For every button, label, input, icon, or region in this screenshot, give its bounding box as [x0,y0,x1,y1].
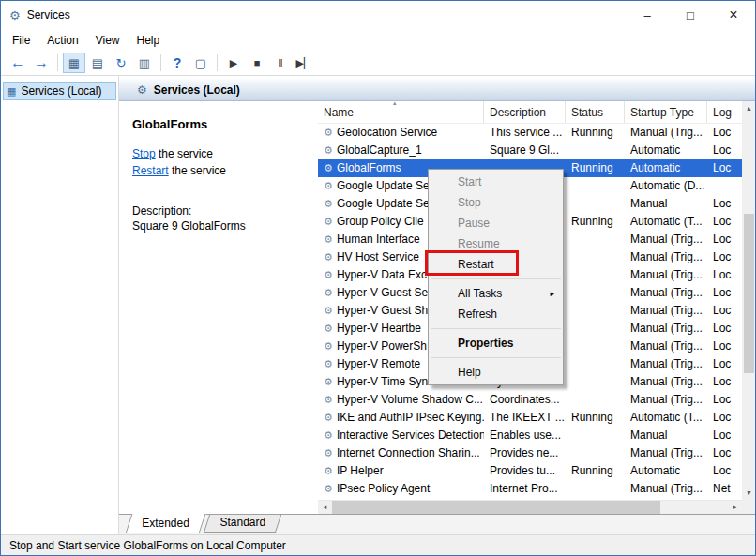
cell-startup-type: Manual [625,427,707,444]
table-row[interactable]: ⚙IP HelperProvides tu...RunningAutomatic… [318,462,742,480]
context-menu-separator [431,278,561,279]
column-label: Startup Type [630,106,694,119]
cell-startup-type: Manual (Trig... [625,444,707,462]
column-header-status[interactable]: Status [566,101,625,123]
cell-startup-type: Manual (Trig... [625,248,707,266]
cell-status: Running [566,213,625,231]
export-list-icon: ▥ [139,56,150,70]
cell-description: Square 9 Gl... [484,142,566,159]
table-row[interactable]: ⚙GlobalCapture_1Square 9 Gl...AutomaticL… [318,142,742,159]
cell-startup-type: Manual (Trig... [625,320,707,338]
cell-status [566,338,625,355]
restart-service-button[interactable]: ▶▏ [293,53,315,73]
restart-link-suffix: the service [169,164,226,177]
cell-log-on-as: Loc [707,409,742,427]
scroll-right-icon[interactable]: ▸ [728,501,742,514]
column-header-description[interactable]: Description [484,101,566,123]
table-row[interactable]: ⚙Interactive Services DetectionEnables u… [318,427,742,444]
tree-item-services-local[interactable]: ▦ Services (Local) [3,82,116,100]
properties-button[interactable]: ▤ [86,53,109,73]
stop-service-link[interactable]: Stop [132,147,156,160]
service-gear-icon: ⚙ [324,391,333,409]
back-icon: ← [10,54,25,71]
services-window: ⚙ Services – □ × FileActionViewHelp ←→▦▤… [0,0,756,556]
cell-startup-type: Manual (Trig... [625,124,707,142]
cell-name: ⚙IPsec Policy Agent [318,480,484,498]
horizontal-scrollbar[interactable]: ◂ ▸ [318,500,742,514]
start-service-button[interactable]: ▶ [222,53,245,73]
service-gear-icon: ⚙ [324,373,333,391]
view-tabs: ExtendedStandard [119,514,755,534]
show-console-tree-button[interactable]: ▦ [63,53,85,73]
cell-startup-type: Manual (Trig... [625,480,707,498]
context-menu-item-refresh[interactable]: Refresh [429,304,563,324]
context-menu-item-all-tasks[interactable]: All Tasks▸ [429,283,563,304]
service-gear-icon: ⚙ [324,266,333,284]
forward-button[interactable]: → [30,53,53,73]
tree-item-label: Services (Local) [21,84,101,98]
cell-log-on-as: Loc [707,248,742,266]
service-name-text: Human Interface [337,231,420,248]
context-menu-item-restart[interactable]: Restart [429,254,563,275]
cell-name: ⚙Hyper-V Volume Shadow C... [318,391,484,409]
cell-status [566,284,625,302]
stop-service-button[interactable]: ■ [246,53,268,73]
service-name-text: Group Policy Clie [337,213,424,231]
service-action-links: Stop the service Restart the service [132,145,307,179]
scroll-up-icon[interactable]: ▲ [743,101,755,115]
context-menu-item-help[interactable]: Help [429,362,563,383]
cell-startup-type: Automatic (T... [625,213,707,231]
table-row[interactable]: ⚙Geolocation ServiceThis service ...Runn… [318,124,742,142]
console-tree-icon: ▦ [7,85,16,98]
column-header-name[interactable]: Name ▴ [318,101,484,123]
list-header: Name ▴ Description Status Startup Type L… [318,101,742,124]
menu-view[interactable]: View [87,31,129,50]
banner-title: Services (Local) [154,83,240,97]
table-row[interactable]: ⚙IKE and AuthIP IPsec Keying...The IKEEX… [318,409,742,427]
scroll-down-icon[interactable]: ▼ [743,486,755,500]
vertical-scrollbar[interactable]: ▲ ▼ [742,101,755,514]
cell-status [566,231,625,248]
console-window-button[interactable]: ▢ [189,53,212,73]
menu-bar: FileActionViewHelp [1,29,755,51]
back-button[interactable]: ← [7,53,29,73]
cell-status: Running [566,159,625,177]
restart-service-link[interactable]: Restart [132,164,169,177]
context-menu-item-properties[interactable]: Properties [429,333,563,353]
cell-status [566,177,625,195]
table-row[interactable]: ⚙Internet Connection Sharin...Provides n… [318,444,742,462]
maximize-button[interactable]: □ [669,1,712,29]
column-header-log-on-as[interactable]: Log [707,101,742,123]
scroll-left-icon[interactable]: ◂ [318,501,332,514]
menu-file[interactable]: File [4,31,38,50]
cell-log-on-as: Loc [707,231,742,248]
table-row[interactable]: ⚙IPsec Policy AgentInternet Pro...Manual… [318,480,742,498]
main-area: ▦ Services (Local) ⚙ Services (Local) Gl… [1,76,755,534]
cell-log-on-as: Loc [707,302,742,320]
service-name-text: Hyper-V Remote [337,355,420,373]
menu-help[interactable]: Help [129,31,169,50]
export-list-button[interactable]: ▥ [133,53,156,73]
horizontal-scroll-track[interactable] [660,501,728,514]
column-label: Log [713,106,732,119]
cell-startup-type: Manual (Trig... [625,373,707,391]
refresh-button[interactable]: ↻ [110,53,132,73]
tab-extended[interactable]: Extended [126,514,206,533]
table-row[interactable]: ⚙Hyper-V Volume Shadow C...Coordinates..… [318,391,742,409]
cell-startup-type: Manual (Trig... [625,355,707,373]
cell-description: This service ... [484,124,566,142]
close-button[interactable]: × [712,1,755,29]
service-gear-icon: ⚙ [324,444,333,462]
help-button[interactable]: ? [166,53,189,73]
pause-service-button[interactable]: Ⅱ [269,53,292,73]
horizontal-scroll-thumb[interactable] [332,501,660,514]
column-header-startup-type[interactable]: Startup Type [625,101,707,123]
tab-standard[interactable]: Standard [204,515,281,533]
context-menu-item-resume: Resume [429,233,563,254]
service-name-text: Hyper-V Guest Se [337,284,428,302]
service-gear-icon: ⚙ [324,302,333,320]
console-tree-pane: ▦ Services (Local) [1,76,119,534]
vertical-scroll-thumb[interactable] [744,214,754,373]
minimize-button[interactable]: – [626,1,669,29]
menu-action[interactable]: Action [38,31,86,50]
